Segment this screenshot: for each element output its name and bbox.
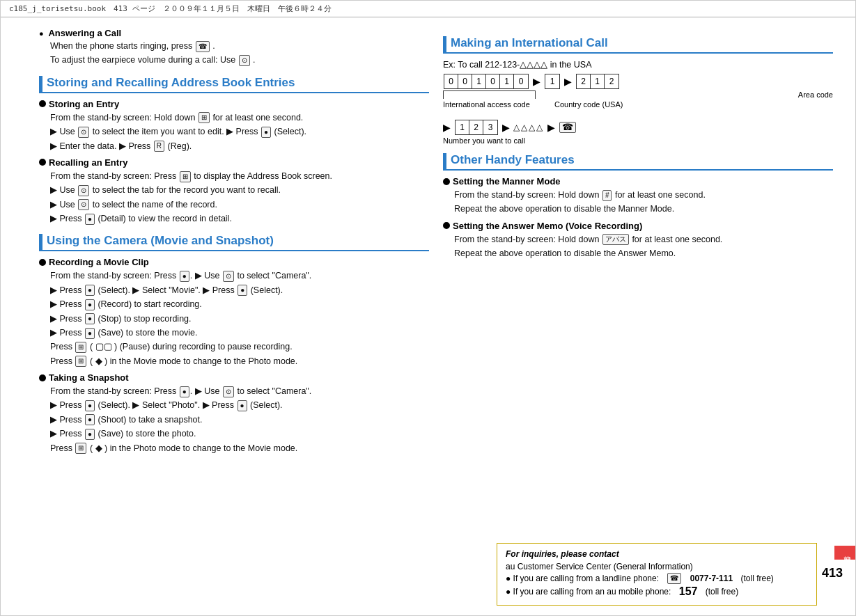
area-code-boxes: 2 1 2: [576, 74, 619, 89]
triangle-sequence: △△△△: [513, 123, 544, 132]
num-box-0c: 0: [486, 74, 500, 88]
bullet-dot: [39, 100, 46, 107]
num-box-n2: 2: [469, 120, 483, 134]
nav-key: ⊙: [78, 127, 89, 138]
answering-title: ● Answering a Call: [39, 28, 429, 38]
section-intl-header: Making an International Call: [443, 36, 833, 54]
recalling-entry-content: From the stand-by screen: Press ⊞ to dis…: [39, 170, 429, 226]
shoot-key: ●: [85, 414, 95, 425]
num-box-1: 1: [472, 74, 486, 88]
bullet-dot-6: [443, 222, 450, 229]
arrow-r2: ▶: [564, 76, 572, 87]
left-column: ● Answering a Call When the phone starts…: [39, 24, 429, 604]
bullet-dot-3: [39, 259, 46, 266]
diagram-labels-row1: International access code Area code Coun…: [443, 90, 833, 117]
arrow-r3: ▶: [443, 122, 451, 133]
phone-key: ☎: [196, 41, 210, 52]
number-label: Number you want to call: [443, 136, 833, 145]
info-line2: ● If you are calling from a landline pho…: [506, 573, 808, 584]
bullet-dot-2: [39, 159, 46, 166]
diagram-row2: ▶ 1 2 3 ▶ △△△△ ▶ ☎: [443, 120, 833, 135]
label-intl: International access code: [443, 100, 530, 109]
label-area: Area code: [798, 90, 833, 99]
answer-memo-title: Setting the Answer Memo (Voice Recording…: [443, 221, 833, 231]
hold-key: ⊞: [199, 112, 210, 123]
intl-access-code-boxes: 0 0 1 0 1 0: [444, 74, 529, 89]
snapshot-content: From the stand-by screen: Press ●. ▶ Use…: [39, 385, 429, 455]
recalling-entry-title: Recalling an Entry: [39, 157, 429, 168]
pause-key: ⊞: [75, 342, 86, 353]
nav-key-2: ⊙: [78, 185, 89, 196]
storing-entry-title: Storing an Entry: [39, 99, 429, 109]
recording-content: From the stand-by screen: Press ●. ▶ Use…: [39, 269, 429, 368]
storing-entry-content: From the stand-by screen: Hold down ⊞ fo…: [39, 111, 429, 153]
record-key: ●: [85, 299, 95, 310]
arrow-r5: ▶: [547, 122, 555, 133]
save-key2: ●: [85, 429, 95, 440]
right-column: Making an International Call Ex: To call…: [443, 24, 833, 604]
answering-line2: To adjust the earpiece volume during a c…: [50, 54, 429, 67]
answering-content: When the phone starts ringing, press ☎ .…: [39, 40, 429, 68]
number-boxes: 1 2 3: [455, 120, 498, 135]
stop-key: ●: [85, 313, 95, 324]
address-key: ⊞: [180, 171, 191, 182]
switch-key2: ⊞: [75, 443, 86, 454]
info-box: For inquiries, please contact au Custome…: [497, 543, 817, 606]
num-box-n3: 3: [483, 120, 497, 134]
volume-key: ⊙: [239, 55, 250, 66]
answering-section: ● Answering a Call When the phone starts…: [39, 28, 429, 68]
diagram-row1: 0 0 1 0 1 0 ▶ 1 ▶ 2: [443, 74, 833, 89]
manner-mode-section: Setting the Manner Mode From the stand-b…: [443, 176, 833, 216]
intl-subtitle: Ex: To call 212-123-△△△△ in the USA: [443, 59, 833, 70]
memo-key: アパス: [602, 234, 629, 245]
section-camera-header: Using the Camera (Movie and Snapshot): [39, 234, 429, 251]
detail-key: ●: [85, 214, 95, 225]
bullet-dot-4: [39, 374, 46, 381]
recalling-entry-section: Recalling an Entry From the stand-by scr…: [39, 157, 429, 226]
num-box-1b: 1: [500, 74, 514, 88]
num-box-1c: 1: [591, 74, 605, 88]
recording-section: Recording a Movie Clip From the stand-by…: [39, 257, 429, 368]
info-box-title: For inquiries, please contact: [506, 549, 808, 559]
section-address-book-header: Storing and Recalling Address Book Entri…: [39, 76, 429, 93]
answer-memo-section: Setting the Answer Memo (Voice Recording…: [443, 221, 833, 261]
arrow-r4: ▶: [502, 122, 510, 133]
sel-key2: ●: [238, 285, 247, 296]
num-box-2: 2: [577, 74, 591, 88]
num-box-0a: 0: [444, 74, 458, 88]
sel-key3: ●: [85, 400, 95, 411]
cam-key2: ●: [180, 386, 189, 397]
phone-icon-info: ☎: [667, 573, 681, 584]
info-line1: au Customer Service Center (General Info…: [506, 562, 808, 571]
num-box-0d: 0: [514, 74, 528, 88]
page-number: 413: [822, 566, 843, 581]
intl-diagram: 0 0 1 0 1 0 ▶ 1 ▶ 2: [443, 74, 833, 145]
sel-key4: ●: [238, 400, 247, 411]
vertical-label: 簡易英語: [834, 546, 855, 560]
reg-key: R: [154, 141, 164, 152]
bullet-dot-5: [443, 178, 450, 185]
recording-title: Recording a Movie Clip: [39, 257, 429, 267]
sel-key: ●: [85, 285, 95, 296]
page-container: c185_j_torisetsu.book 413 ページ ２００９年１１月５日…: [0, 0, 856, 616]
nav-key-5: ⊙: [223, 386, 234, 397]
section-handy-header: Other Handy Features: [443, 153, 833, 171]
snapshot-section: Taking a Snapshot From the stand-by scre…: [39, 372, 429, 455]
header-text: c185_j_torisetsu.book 413 ページ ２００９年１１月５日…: [9, 4, 332, 13]
answer-memo-content: From the stand-by screen: Hold down アパス …: [443, 233, 833, 261]
page-header: c185_j_torisetsu.book 413 ページ ２００９年１１月５日…: [1, 1, 855, 17]
snapshot-title: Taking a Snapshot: [39, 372, 429, 383]
nav-key-4: ⊙: [223, 271, 234, 282]
num-box-n1: 1: [456, 120, 469, 134]
manner-mode-title: Setting the Manner Mode: [443, 176, 833, 187]
dial-key: ☎: [559, 122, 576, 133]
select-key: ●: [261, 127, 271, 138]
switch-key: ⊞: [75, 356, 86, 367]
save-key: ●: [85, 328, 95, 339]
hash-key: #: [602, 190, 612, 201]
country-code-boxes: 1: [545, 74, 560, 89]
manner-mode-content: From the stand-by screen: Hold down # fo…: [443, 189, 833, 216]
arrow-r1: ▶: [533, 76, 540, 87]
num-box-2b: 2: [605, 74, 618, 88]
content-area: ● Answering a Call When the phone starts…: [1, 17, 855, 611]
